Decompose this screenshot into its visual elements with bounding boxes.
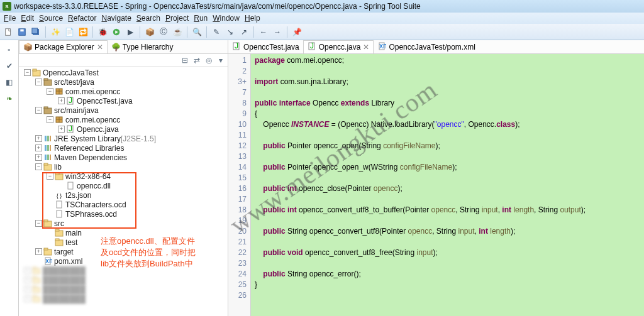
code-line: {: [255, 109, 644, 119]
twist-icon: [35, 258, 42, 264]
menu-item[interactable]: Project: [165, 14, 189, 23]
tree-item[interactable]: JOpencc.java: [19, 124, 228, 134]
toggle-mark-icon[interactable]: ✎: [211, 26, 222, 38]
tree-item[interactable]: TSPhrases.ocd: [19, 209, 228, 219]
tree-item[interactable]: OpenccJavaTest: [19, 68, 228, 77]
twist-icon[interactable]: [47, 88, 53, 95]
tree-item[interactable]: JRE System Library [J2SE-1.5]: [19, 134, 228, 143]
menu-item[interactable]: Window: [213, 14, 240, 23]
prev-annotation-icon[interactable]: ↗: [238, 26, 250, 38]
tree-label: src/main/java: [54, 106, 99, 115]
tree-item[interactable]: JOpenccTest.java: [19, 96, 228, 106]
editor-tab[interactable]: JOpencc.java ✕: [303, 40, 374, 53]
svg-text:xml: xml: [45, 257, 52, 265]
menu-item[interactable]: Source: [39, 14, 63, 23]
xml-icon: xml: [377, 42, 386, 52]
tree-item[interactable]: TSCharacters.ocd: [19, 200, 228, 209]
svg-rect-26: [47, 145, 49, 151]
debug-icon[interactable]: 🐞: [97, 26, 108, 38]
twist-icon[interactable]: [35, 144, 42, 151]
twist-icon[interactable]: [35, 220, 42, 227]
new-icon[interactable]: [3, 26, 14, 38]
tab-type-hierarchy[interactable]: 🌳 Type Hierarchy: [108, 40, 177, 53]
save-icon[interactable]: [16, 26, 28, 38]
menu-item[interactable]: Search: [136, 14, 160, 23]
tree-item[interactable]: src/test/java: [19, 77, 228, 87]
twist-icon[interactable]: [58, 97, 65, 104]
tree-item[interactable]: com.mei.opencc: [19, 115, 228, 124]
forward-icon[interactable]: →: [272, 26, 283, 38]
tree-item[interactable]: com.mei.opencc: [19, 87, 228, 96]
link-editor-icon[interactable]: ⇄: [192, 55, 201, 65]
tree-item[interactable]: lib: [19, 162, 228, 172]
twist-icon[interactable]: [35, 79, 42, 85]
focus-icon[interactable]: ◎: [204, 55, 213, 65]
menu-item[interactable]: Navigate: [101, 14, 131, 23]
twist-icon[interactable]: [35, 248, 42, 255]
collapse-all-icon[interactable]: ⊟: [180, 55, 189, 65]
tasks-icon[interactable]: ✔: [4, 60, 15, 72]
tab-package-explorer[interactable]: 📦 Package Explorer ✕: [19, 40, 108, 53]
doc-icon[interactable]: 📄: [64, 26, 75, 38]
svg-rect-45: [44, 248, 48, 250]
wizard-icon[interactable]: ✨: [50, 26, 61, 38]
twist-icon[interactable]: [35, 107, 42, 114]
twist-icon: [47, 201, 53, 208]
tab-label: OpenccJavaTest/pom.xml: [389, 43, 475, 52]
editor-tab[interactable]: JOpenccTest.java: [228, 40, 303, 53]
twist-icon[interactable]: [35, 163, 42, 170]
twist-icon[interactable]: [24, 69, 31, 76]
run-icon[interactable]: [111, 26, 122, 38]
srcfolder-icon: [43, 78, 52, 86]
tree-item[interactable]: opencc.dll: [19, 181, 228, 190]
srcfolder-icon: [43, 106, 52, 114]
run-ext-icon[interactable]: ▶: [125, 26, 136, 38]
code-area[interactable]: package com.mei.opencc;import com.sun.jn…: [251, 54, 644, 316]
view-menu-icon[interactable]: ▾: [216, 55, 225, 65]
twist-icon[interactable]: [47, 173, 53, 180]
svg-text:J: J: [69, 97, 72, 105]
search-icon[interactable]: 🔍: [191, 26, 203, 38]
relaunch-icon[interactable]: 🔁: [77, 26, 89, 38]
new-class-icon[interactable]: Ⓒ: [158, 26, 169, 38]
tree-item[interactable]: {}t2s.json: [19, 190, 228, 200]
svg-text:xml: xml: [379, 42, 386, 50]
new-package-icon[interactable]: 📦: [144, 26, 155, 38]
menu-item[interactable]: File: [4, 14, 16, 23]
tree[interactable]: OpenccJavaTestsrc/test/javacom.mei.openc…: [19, 67, 228, 316]
next-annotation-icon[interactable]: ↘: [225, 26, 236, 38]
twist-icon[interactable]: [35, 135, 42, 142]
close-icon[interactable]: ✕: [97, 43, 103, 52]
tree-item[interactable]: Referenced Libraries: [19, 143, 228, 153]
twist-icon[interactable]: [35, 154, 42, 161]
svg-rect-28: [45, 155, 47, 160]
code-line: public String opencc_error();: [255, 269, 644, 280]
tree-item[interactable]: src/main/java: [19, 106, 228, 115]
editor-tab[interactable]: xmlOpenccJavaTest/pom.xml: [374, 40, 479, 53]
menu-item[interactable]: Run: [194, 14, 208, 23]
close-icon[interactable]: ✕: [363, 43, 369, 52]
back-icon[interactable]: ←: [258, 26, 269, 38]
tree-item[interactable]: Maven Dependencies: [19, 153, 228, 162]
restore-icon[interactable]: ▫: [4, 44, 15, 55]
menu-item[interactable]: Edit: [21, 14, 34, 23]
outline-icon[interactable]: ◧: [4, 77, 15, 88]
pin-icon[interactable]: 📌: [291, 26, 303, 38]
twist-icon[interactable]: [47, 116, 53, 123]
twist-icon[interactable]: [58, 126, 65, 133]
menu-item[interactable]: Help: [245, 14, 260, 23]
file-icon: [55, 200, 64, 209]
tree-label: Referenced Libraries: [54, 144, 124, 153]
folder-icon: [43, 219, 52, 227]
open-type-icon[interactable]: ☕: [172, 26, 183, 38]
svg-rect-30: [50, 155, 51, 160]
tree-item[interactable]: win32-x86-64: [19, 172, 228, 181]
main-toolbar: ✨ 📄 🔁 🐞 ▶ 📦 Ⓒ ☕ 🔍 ✎ ↘ ↗ ← → 📌: [0, 24, 644, 40]
svg-rect-23: [47, 136, 49, 141]
tree-item[interactable]: src: [19, 219, 228, 228]
menu-item[interactable]: Refactor: [68, 14, 96, 23]
spring-leaf-icon[interactable]: ❧: [4, 93, 15, 104]
tree-label: TSPhrases.ocd: [65, 210, 117, 219]
save-all-icon[interactable]: [30, 26, 42, 38]
tree-label: src: [54, 219, 64, 228]
